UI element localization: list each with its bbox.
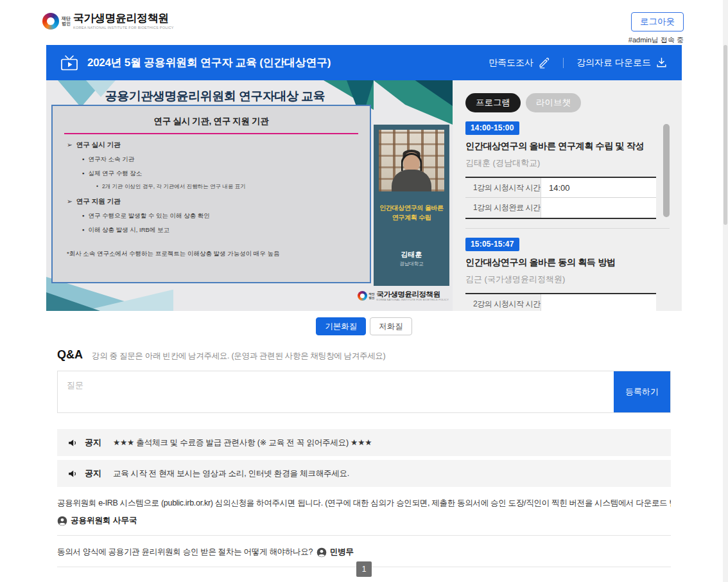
notice-label: 공지: [85, 437, 101, 448]
post-author: 공용위원회 사무국: [57, 515, 671, 526]
session-time-badge: 15:05-15:47: [465, 238, 519, 251]
logout-button[interactable]: 로그아웃: [631, 12, 684, 31]
bullet-marker: ▪: [82, 155, 84, 164]
lecture-materials-download-button[interactable]: 강의자료 다운로드: [576, 57, 668, 69]
logo-prefix: 재단 법인: [369, 292, 375, 299]
quality-selector: 기본화질 저화질: [0, 317, 728, 335]
page-number-button[interactable]: 1: [356, 561, 372, 577]
session-time-badge: 14:00-15:00: [465, 121, 519, 135]
notice-text: 교육 시작 전 현재 보시는 영상과 소리, 인터넷 환경을 체크해주세요.: [113, 468, 349, 479]
qna-post-list: 공용위원회 e-IRB 시스템으로 (public.irb.or.kr) 심의신…: [57, 487, 671, 567]
session-speaker: 김태훈 (경남대학교): [465, 157, 682, 169]
pagination: 1: [0, 561, 728, 577]
panel-speaker-affiliation: 경남대학교: [374, 261, 449, 267]
lecture-title: 2024년 5월 공용위원회 연구자 교육 (인간대상연구): [87, 55, 331, 70]
lecture-title-bar: 2024년 5월 공용위원회 연구자 교육 (인간대상연구) 만족도조사 강의자…: [46, 45, 682, 80]
qna-post: 공용위원회 e-IRB 시스템으로 (public.irb.or.kr) 심의신…: [57, 487, 671, 536]
slide-bullet: ▪ 연구 수행으로 발생할 수 있는 이해 상충 확인: [82, 212, 361, 220]
slide-bullet: ▪ 이해 상충 발생 시, IRB에 보고: [82, 226, 361, 234]
watch-time-row: 1강의 시청시작 시간 14:00: [465, 178, 656, 198]
survey-label: 만족도조사: [489, 57, 533, 69]
materials-label: 강의자료 다운로드: [576, 57, 651, 69]
slide-bullet: ▪ 실제 연구 수행 장소: [82, 170, 361, 178]
logo-korean-name: 국가생명윤리정책원: [73, 13, 174, 24]
logo-prefix: 재단 법인: [62, 16, 71, 26]
video-watermark-logo: 재단 법인 국가생명윤리정책원 KOREA NATIONAL INSTITUTE…: [358, 290, 449, 301]
page-scrollbar-thumb[interactable]: [724, 45, 727, 225]
notice-label: 공지: [85, 468, 101, 479]
slide-title: 연구 실시 기관, 연구 지원 기관: [53, 116, 370, 127]
watch-time-value: [541, 198, 656, 218]
panel-speaker-name: 김태훈: [374, 250, 449, 260]
slide-bullet: ➢ 연구 지원 기관: [67, 197, 361, 206]
submit-question-button[interactable]: 등록하기: [614, 371, 670, 412]
speaker-panel: 인간대상연구의 올바른 연구계획 수립 김태훈 경남대학교: [374, 125, 449, 286]
watch-time-value: 14:00: [541, 178, 656, 197]
sidebar-tab[interactable]: 프로그램: [465, 93, 521, 112]
pencil-icon: [538, 57, 550, 69]
watch-time-table: 1강의 시청시작 시간 14:00 1강의 시청완료 시간: [465, 177, 656, 219]
bullet-marker: ➢: [67, 141, 73, 150]
title-bar-divider: [563, 58, 564, 68]
qna-description: 강의 중 질문은 아래 빈칸에 남겨주세요. (운영과 관련된 사항은 채팅창에…: [92, 351, 385, 362]
post-author: 민병무: [316, 547, 354, 558]
watch-time-row: 2강의 시청시작 시간: [465, 294, 656, 311]
broadcast-icon: [60, 55, 78, 71]
program-session: 14:00-15:00 인간대상연구의 올바른 연구계획 수립 및 작성 김태훈…: [465, 112, 682, 229]
page-scrollbar[interactable]: [723, 0, 728, 582]
post-text: 공용위원회 e-IRB 시스템으로 (public.irb.or.kr) 심의신…: [57, 498, 671, 509]
program-session: 15:05-15:47 인간대상연구의 올바른 동의 획득 방법 김근 (국가생…: [465, 229, 682, 311]
program-sidebar: 프로그램 라이브챗 14:00-15:00 인간대상연구의 올바른 연구계획 수…: [453, 80, 682, 311]
watch-time-label: 2강의 시청시작 시간: [465, 294, 541, 311]
bullet-marker: ▪: [82, 170, 84, 178]
question-input[interactable]: [58, 371, 614, 412]
panel-lecture-title: 인간대상연구의 올바른 연구계획 수립: [378, 203, 445, 222]
speaker-webcam-video: [379, 130, 444, 191]
session-title: 인간대상연구의 올바른 연구계획 수립 및 작성: [465, 141, 664, 152]
logo-english-name: KOREA NATIONAL INSTITUTE FOR BIOETHICS P…: [377, 299, 449, 301]
download-icon: [655, 57, 668, 69]
bullet-marker: ▪: [82, 212, 84, 220]
bullet-marker: •: [96, 183, 98, 191]
satisfaction-survey-button[interactable]: 만족도조사: [489, 57, 550, 69]
sidebar-scrollbar[interactable]: [663, 124, 670, 217]
watch-time-label: 1강의 시청완료 시간: [465, 198, 541, 218]
low-quality-button[interactable]: 저화질: [370, 317, 412, 335]
watch-time-table: 2강의 시청시작 시간: [465, 293, 656, 311]
watch-time-value: [541, 294, 656, 311]
slide-bullet: ▪ 연구자 소속 기관: [82, 155, 361, 164]
qna-header: Q&A 강의 중 질문은 아래 빈칸에 남겨주세요. (운영과 관련된 사항은 …: [57, 348, 385, 362]
institute-logo-icon: [42, 13, 59, 30]
headphones-silhouette: [401, 153, 422, 171]
notice-row[interactable]: 공지 ★★★ 출석체크 및 수료증 발급 관련사항 (※ 교육 전 꼭 읽어주세…: [57, 429, 671, 456]
slide-bullet-list: ➢ 연구 실시 기관 ▪ 연구자 소속 기관 ▪ 실제 연구 수행 장소 • 2…: [53, 141, 370, 234]
notice-list: 공지 ★★★ 출석체크 및 수료증 발급 관련사항 (※ 교육 전 꼭 읽어주세…: [57, 429, 671, 491]
watch-time-row: 1강의 시청완료 시간: [465, 198, 656, 218]
sidebar-tab[interactable]: 라이브챗: [526, 93, 581, 112]
top-header: 재단 법인 국가생명윤리정책원 KOREA NATIONAL INSTITUTE…: [0, 0, 728, 45]
slide-footnote: *회사 소속 연구소에서 수행하는 프로젝트는 이해상충 발생 가능성이 매우 …: [53, 250, 370, 258]
institute-logo-icon: [358, 291, 367, 301]
watch-time-label: 1강의 시청시작 시간: [465, 178, 541, 197]
speaker-silhouette: [392, 170, 431, 191]
question-input-box: 등록하기: [57, 371, 671, 413]
speaker-icon: [67, 437, 78, 448]
person-icon: [316, 547, 327, 558]
institute-logo[interactable]: 재단 법인 국가생명윤리정책원 KOREA NATIONAL INSTITUTE…: [42, 13, 174, 30]
post-text: 동의서 양식에 공용기관 윤리위원회 승인 받은 절차는 어떻게 해야하나요?: [57, 547, 313, 558]
slide-deck-heading: 공용기관생명윤리위원회 연구자대상 교육: [59, 88, 371, 105]
sidebar-tabs: 프로그램 라이브챗: [465, 93, 682, 112]
webinar-page: 재단 법인 국가생명윤리정책원 KOREA NATIONAL INSTITUTE…: [0, 0, 728, 582]
program-sessions: 14:00-15:00 인간대상연구의 올바른 연구계획 수립 및 작성 김태훈…: [465, 112, 682, 311]
standard-quality-button[interactable]: 기본화질: [316, 317, 366, 335]
session-speaker: 김근 (국가생명윤리정책원): [465, 274, 682, 285]
logo-english-name: KOREA NATIONAL INSTITUTE FOR BIOETHICS P…: [73, 26, 174, 30]
qna-heading: Q&A: [57, 348, 83, 362]
slide-title-rule: [64, 133, 358, 134]
notice-text: ★★★ 출석체크 및 수료증 발급 관련사항 (※ 교육 전 꼭 읽어주세요) …: [113, 437, 372, 448]
admin-connection-status: #admin님 접속 중: [628, 35, 684, 45]
video-player[interactable]: 공용기관생명윤리위원회 연구자대상 교육 연구 실시 기관, 연구 지원 기관 …: [46, 80, 453, 311]
logo-korean-name: 국가생명윤리정책원: [377, 290, 449, 298]
presentation-slide: 연구 실시 기관, 연구 지원 기관 ➢ 연구 실시 기관 ▪ 연구자 소속 기…: [51, 105, 371, 283]
notice-row[interactable]: 공지 교육 시작 전 현재 보시는 영상과 소리, 인터넷 환경을 체크해주세요…: [57, 460, 671, 487]
